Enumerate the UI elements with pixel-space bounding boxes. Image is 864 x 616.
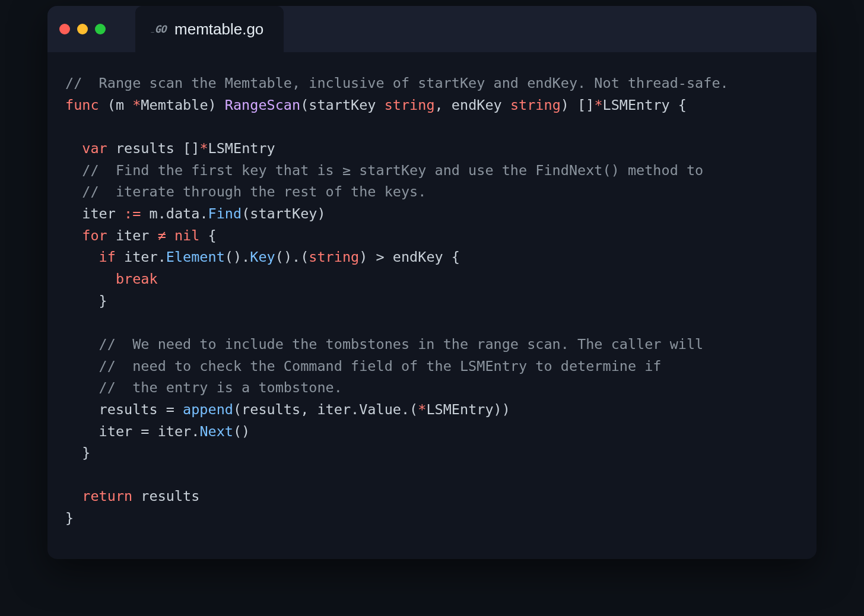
code-text: )) bbox=[494, 401, 510, 418]
code-method: Element bbox=[166, 249, 225, 265]
code-keyword: return bbox=[82, 488, 132, 504]
code-type: string bbox=[309, 249, 359, 265]
code-text: ) bbox=[208, 97, 225, 113]
code-method: Find bbox=[208, 205, 242, 222]
code-op: ≠ bbox=[158, 227, 166, 244]
code-method: Next bbox=[199, 423, 233, 440]
code-op: * bbox=[132, 97, 141, 113]
code-keyword: if bbox=[99, 249, 116, 265]
code-comment: // Range scan the Memtable, inclusive of… bbox=[65, 75, 729, 91]
code-type: Memtable bbox=[141, 97, 208, 113]
go-language-icon: GO bbox=[151, 23, 166, 35]
code-keyword: for bbox=[82, 227, 107, 244]
code-keyword: func bbox=[65, 97, 99, 113]
code-op: * bbox=[418, 401, 426, 418]
code-builtin: append bbox=[183, 401, 233, 418]
code-keyword: var bbox=[82, 140, 107, 157]
code-text: { bbox=[199, 227, 216, 244]
code-text: results bbox=[132, 488, 199, 504]
file-tab[interactable]: GO memtable.go bbox=[135, 6, 284, 52]
code-op: * bbox=[199, 140, 208, 157]
code-text: , endKey bbox=[435, 97, 510, 113]
code-type: string bbox=[510, 97, 561, 113]
titlebar: GO memtable.go bbox=[47, 6, 817, 52]
code-method: Key bbox=[250, 249, 275, 265]
code-text: (m bbox=[99, 97, 133, 113]
code-text: () bbox=[233, 423, 250, 440]
code-editor[interactable]: // Range scan the Memtable, inclusive of… bbox=[47, 52, 817, 559]
code-text: results [] bbox=[107, 140, 200, 157]
code-text: iter = iter. bbox=[99, 423, 200, 440]
code-comment: // We need to include the tombstones in … bbox=[99, 336, 704, 353]
code-text: ) [] bbox=[561, 97, 595, 113]
code-comment: // the entry is a tombstone. bbox=[99, 379, 342, 396]
code-text: m.data. bbox=[141, 205, 208, 222]
code-text: iter. bbox=[116, 249, 166, 265]
code-keyword: break bbox=[116, 271, 158, 287]
code-text: ) > endKey { bbox=[359, 249, 460, 265]
tab-filename: memtable.go bbox=[174, 20, 263, 39]
code-text: { bbox=[670, 97, 687, 113]
code-op: * bbox=[594, 97, 602, 113]
code-text: (startKey bbox=[300, 97, 384, 113]
maximize-icon[interactable] bbox=[95, 24, 106, 34]
code-type: LSMEntry bbox=[603, 97, 670, 113]
code-text: (results, iter.Value.( bbox=[233, 401, 418, 418]
code-text: (). bbox=[225, 249, 250, 265]
code-comment: // iterate through the rest of the keys. bbox=[82, 183, 426, 200]
code-text: iter bbox=[82, 205, 124, 222]
code-type: string bbox=[385, 97, 435, 113]
code-func-name: RangeScan bbox=[225, 97, 300, 113]
code-comment: // Find the first key that is ≥ startKey… bbox=[82, 162, 703, 179]
code-brace: } bbox=[99, 293, 107, 309]
code-brace: } bbox=[82, 444, 90, 461]
close-icon[interactable] bbox=[59, 24, 70, 34]
code-text: results = bbox=[99, 401, 183, 418]
editor-window: GO memtable.go // Range scan the Memtabl… bbox=[47, 6, 817, 559]
code-op: := bbox=[124, 205, 141, 222]
minimize-icon[interactable] bbox=[77, 24, 88, 34]
code-comment: // need to check the Command field of th… bbox=[99, 358, 662, 374]
window-controls bbox=[59, 24, 106, 34]
code-text: ().( bbox=[275, 249, 309, 265]
code-type: LSMEntry bbox=[426, 401, 493, 418]
code-type: LSMEntry bbox=[208, 140, 275, 157]
code-text: (startKey) bbox=[242, 205, 325, 222]
code-text: iter bbox=[107, 227, 158, 244]
code-text bbox=[166, 227, 174, 244]
code-nil: nil bbox=[174, 227, 199, 244]
code-brace: } bbox=[65, 510, 74, 526]
